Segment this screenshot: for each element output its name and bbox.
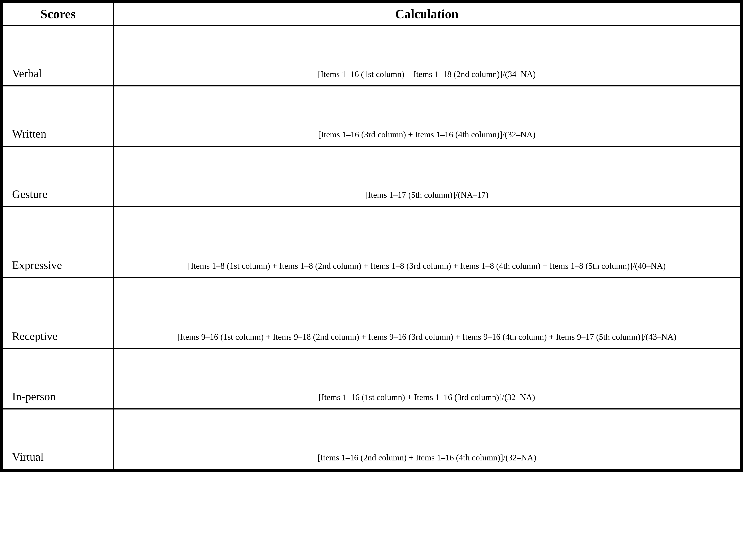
calculation-value: [Items 1–8 (1st column) + Items 1–8 (2nd… [113,206,740,278]
header-calculation: Calculation [113,3,740,26]
header-scores: Scores [3,3,113,26]
table-row: Gesture [Items 1–17 (5th column)]/(NA–17… [3,146,740,206]
score-label: Written [3,86,113,146]
table-header-row: Scores Calculation [3,3,740,26]
score-label: Verbal [3,26,113,86]
score-label: Expressive [3,206,113,278]
table-row: Virtual [Items 1–16 (2nd column) + Items… [3,409,740,469]
table-row: In-person [Items 1–16 (1st column) + Ite… [3,348,740,409]
calculation-value: [Items 1–17 (5th column)]/(NA–17) [113,146,740,206]
calculation-value: [Items 1–16 (1st column) + Items 1–16 (3… [113,348,740,409]
table-row: Verbal [Items 1–16 (1st column) + Items … [3,26,740,86]
calculation-value: [Items 1–16 (1st column) + Items 1–18 (2… [113,26,740,86]
scores-calculation-table: Scores Calculation Verbal [Items 1–16 (1… [0,0,743,472]
calculation-value: [Items 1–16 (2nd column) + Items 1–16 (4… [113,409,740,469]
score-label: In-person [3,348,113,409]
table: Scores Calculation Verbal [Items 1–16 (1… [2,2,741,470]
score-label: Virtual [3,409,113,469]
calculation-value: [Items 1–16 (3rd column) + Items 1–16 (4… [113,86,740,146]
score-label: Gesture [3,146,113,206]
table-row: Receptive [Items 9–16 (1st column) + Ite… [3,278,740,348]
calculation-value: [Items 9–16 (1st column) + Items 9–18 (2… [113,278,740,348]
table-row: Written [Items 1–16 (3rd column) + Items… [3,86,740,146]
score-label: Receptive [3,278,113,348]
table-row: Expressive [Items 1–8 (1st column) + Ite… [3,206,740,278]
